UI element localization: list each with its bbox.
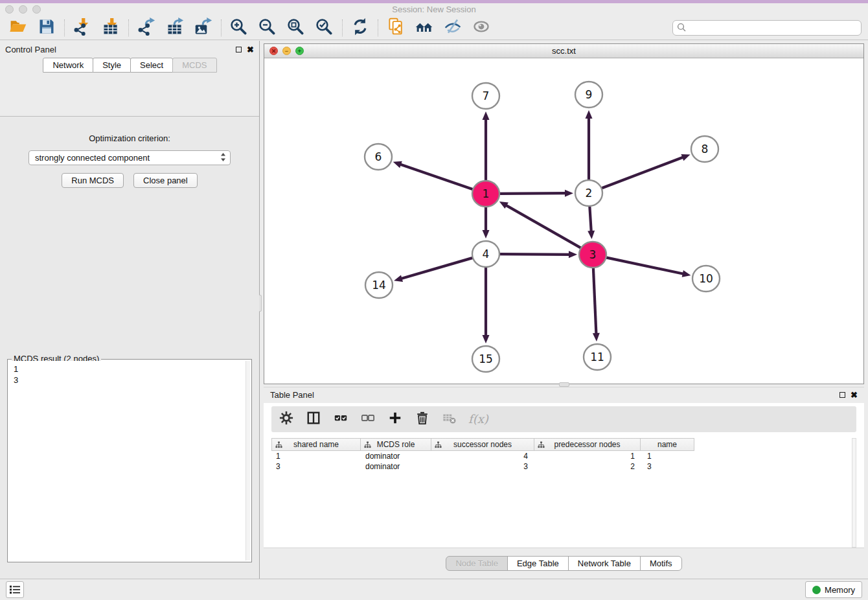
graph-edge-4-14[interactable] xyxy=(400,258,473,279)
memory-button[interactable]: Memory xyxy=(805,581,862,598)
graph-edge-arrow-4-14 xyxy=(394,275,403,282)
table-cell[interactable]: 1 xyxy=(643,451,697,461)
network-minimize-icon[interactable]: − xyxy=(282,47,291,55)
column-header-MCDS-role[interactable]: MCDS role xyxy=(360,438,431,451)
optimization-criterion-select[interactable]: strongly connected component xyxy=(29,150,231,165)
run-mcds-button[interactable]: Run MCDS xyxy=(62,173,124,188)
column-header-name[interactable]: name xyxy=(640,438,694,451)
tab-mcds[interactable]: MCDS xyxy=(172,58,216,73)
table-row[interactable]: 1dominator411 xyxy=(271,451,856,461)
close-window-button[interactable] xyxy=(5,5,14,14)
zoom-in-button[interactable] xyxy=(227,17,251,38)
table-options-button[interactable] xyxy=(278,411,295,428)
tab-style[interactable]: Style xyxy=(93,58,131,73)
tab-select[interactable]: Select xyxy=(130,58,173,73)
graph-node-label-6: 6 xyxy=(375,150,382,163)
import-table-button[interactable] xyxy=(99,17,122,38)
table-cell[interactable]: 1 xyxy=(536,451,643,461)
float-panel-icon[interactable] xyxy=(236,47,242,52)
table-cell[interactable]: 3 xyxy=(432,461,536,472)
refresh-view-icon xyxy=(351,17,369,38)
clone-network-button[interactable] xyxy=(384,17,407,38)
table-tab-edge-table[interactable]: Edge Table xyxy=(507,556,569,571)
graph-edge-3-1[interactable] xyxy=(505,205,581,248)
toolbar-separator xyxy=(64,19,65,36)
import-network-button[interactable] xyxy=(71,17,94,38)
graph-edge-4-3[interactable] xyxy=(499,254,571,255)
deselect-all-rows-icon xyxy=(361,411,375,428)
table-cell[interactable]: dominator xyxy=(361,451,432,461)
horizontal-splitter-grip[interactable] xyxy=(559,382,569,387)
table-cell[interactable]: 3 xyxy=(643,461,697,472)
column-header-shared-name[interactable]: shared name xyxy=(271,438,361,451)
task-history-button[interactable] xyxy=(6,581,24,598)
table-tab-network-table[interactable]: Network Table xyxy=(568,556,641,571)
graph-edge-arrow-1-7 xyxy=(483,111,490,120)
export-network-button[interactable] xyxy=(135,17,158,38)
delete-table-button[interactable] xyxy=(441,411,458,428)
mcds-result-list[interactable]: 13 xyxy=(9,361,250,560)
graph-edge-arrow-2-3 xyxy=(588,231,595,239)
first-neighbors-icon xyxy=(415,17,433,38)
add-column-button[interactable] xyxy=(387,411,404,428)
first-neighbors-button[interactable] xyxy=(413,17,436,38)
deselect-all-rows-button[interactable] xyxy=(360,411,376,428)
float-table-panel-icon[interactable] xyxy=(839,392,845,398)
table-tab-motifs[interactable]: Motifs xyxy=(640,556,682,571)
zoom-selected-icon xyxy=(315,17,334,38)
titlebar[interactable]: Session: New Session xyxy=(0,3,868,16)
refresh-view-button[interactable] xyxy=(348,17,372,38)
graph-edge-1-2[interactable] xyxy=(499,193,567,194)
network-close-icon[interactable]: ✕ xyxy=(269,47,278,55)
close-panel-icon[interactable]: ✖ xyxy=(247,45,254,54)
table-tab-node-table[interactable]: Node Table xyxy=(446,556,508,571)
graph-edge-2-3[interactable] xyxy=(589,207,591,233)
zoom-selected-button[interactable] xyxy=(313,17,336,38)
network-maximize-icon[interactable]: + xyxy=(295,47,304,55)
minimize-window-button[interactable] xyxy=(19,5,27,14)
table-scrollbar[interactable] xyxy=(852,438,856,548)
graph-edge-arrow-1-4 xyxy=(483,230,490,238)
column-header-successor-nodes[interactable]: successor nodes xyxy=(431,438,534,451)
export-image-button[interactable] xyxy=(192,17,215,38)
graph-edge-arrow-2-9 xyxy=(586,110,593,119)
table-cell[interactable]: 2 xyxy=(536,461,643,472)
graph-edge-1-6[interactable] xyxy=(399,164,473,189)
graph-edge-2-8[interactable] xyxy=(602,157,685,188)
result-scrollbar[interactable] xyxy=(246,361,250,560)
table-cell[interactable]: 1 xyxy=(271,451,361,461)
tab-network[interactable]: Network xyxy=(43,58,93,73)
zoom-window-button[interactable] xyxy=(32,5,41,14)
close-panel-button[interactable]: Close panel xyxy=(133,173,198,188)
mcds-panel: Optimization criterion: strongly connect… xyxy=(0,116,259,579)
mcds-result-node: 3 xyxy=(9,375,250,386)
graph-edge-3-11[interactable] xyxy=(593,268,597,335)
show-all-button[interactable] xyxy=(470,17,493,38)
table-row[interactable]: 3dominator323 xyxy=(271,461,856,472)
toggle-columns-button[interactable] xyxy=(305,411,322,428)
search-input[interactable] xyxy=(672,20,862,36)
open-session-button[interactable] xyxy=(6,17,30,38)
attribute-icon xyxy=(275,441,282,450)
delete-columns-button[interactable] xyxy=(414,411,431,428)
zoom-out-button[interactable] xyxy=(256,17,279,38)
close-table-panel-icon[interactable]: ✖ xyxy=(851,391,858,399)
save-session-button[interactable] xyxy=(35,17,58,38)
select-all-rows-button[interactable] xyxy=(332,411,349,428)
criterion-label: Optimization criterion: xyxy=(0,133,259,143)
network-canvas[interactable]: 7968124314101511 xyxy=(264,58,863,384)
zoom-fit-button[interactable] xyxy=(284,17,308,38)
attribute-icon xyxy=(435,441,442,450)
graph-node-label-3: 3 xyxy=(589,248,597,261)
table-cell[interactable]: 4 xyxy=(432,451,536,461)
graph-edge-3-10[interactable] xyxy=(606,257,685,274)
network-view-window: ✕ − + scc.txt 7968124314101511 xyxy=(264,43,864,384)
table-cell[interactable]: 3 xyxy=(271,461,361,472)
network-window-titlebar[interactable]: ✕ − + scc.txt xyxy=(264,44,863,58)
export-network-icon xyxy=(137,17,155,38)
export-table-button[interactable] xyxy=(163,17,187,38)
hide-selected-button[interactable] xyxy=(441,17,464,38)
column-header-predecessor-nodes[interactable]: predecessor nodes xyxy=(534,438,641,451)
table-cell[interactable]: dominator xyxy=(361,461,432,472)
apply-function-button[interactable]: f(x) xyxy=(468,411,488,428)
